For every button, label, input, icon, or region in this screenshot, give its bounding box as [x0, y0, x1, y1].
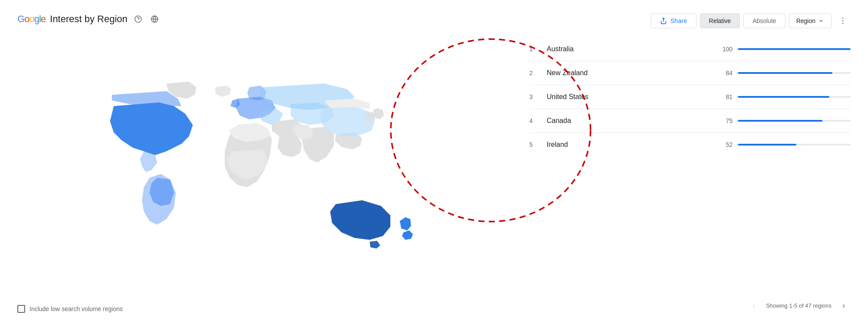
- table-row: 5 Ireland 52: [529, 133, 851, 156]
- page-title: Interest by Region: [50, 13, 128, 25]
- globe-button[interactable]: [149, 13, 161, 25]
- regions-table: 1 Australia 100 2 New Zealand 84 3 Unite…: [529, 37, 851, 292]
- relative-tab[interactable]: Relative: [700, 13, 740, 28]
- table-row: 4 Canada 75: [529, 109, 851, 133]
- region-value: 75: [706, 117, 733, 124]
- region-value: 81: [706, 93, 733, 100]
- share-button[interactable]: Share: [651, 13, 696, 28]
- region-rank: 3: [529, 93, 547, 100]
- world-map: [91, 75, 430, 258]
- prev-icon: ‹: [752, 301, 755, 310]
- google-logo: Google: [17, 13, 46, 25]
- region-rank: 2: [529, 70, 547, 76]
- help-button[interactable]: [132, 13, 144, 25]
- share-icon: [660, 17, 667, 24]
- region-rank: 1: [529, 46, 547, 53]
- region-bar-container: [738, 48, 851, 50]
- share-label: Share: [670, 17, 687, 24]
- svg-point-7: [842, 20, 844, 22]
- region-bar-fill: [738, 144, 796, 146]
- region-bar-container: [738, 120, 851, 122]
- low-volume-checkbox[interactable]: [17, 305, 25, 313]
- region-name: Ireland: [547, 141, 706, 149]
- region-bar-container: [738, 96, 851, 98]
- region-value: 52: [706, 141, 733, 148]
- map-area: [17, 34, 503, 298]
- region-bar-fill: [738, 72, 832, 74]
- next-icon: ›: [842, 301, 845, 310]
- region-rank: 4: [529, 117, 547, 124]
- table-row: 1 Australia 100: [529, 37, 851, 61]
- region-bar-fill: [738, 120, 822, 122]
- prev-page-button[interactable]: ‹: [747, 298, 761, 312]
- checkbox-area: Include low search volume regions: [17, 298, 503, 319]
- region-name: New Zealand: [547, 69, 706, 77]
- region-value: 84: [706, 70, 733, 76]
- region-bar-track: [738, 144, 851, 146]
- table-row: 3 United States 81: [529, 85, 851, 109]
- absolute-tab[interactable]: Absolute: [743, 13, 785, 28]
- region-bar-track: [738, 72, 851, 74]
- region-dropdown[interactable]: Region: [789, 13, 832, 28]
- right-panel: Share Relative Absolute Region: [503, 9, 851, 319]
- more-icon: [838, 17, 847, 25]
- section-header: Google Interest by Region: [17, 9, 503, 34]
- chevron-down-icon: [818, 18, 824, 24]
- checkbox-label: Include low search volume regions: [30, 305, 123, 312]
- region-name: Australia: [547, 45, 706, 53]
- svg-point-8: [842, 23, 844, 24]
- pagination-text: Showing 1-5 of 47 regions: [766, 302, 832, 309]
- toolbar: Share Relative Absolute Region: [529, 9, 851, 37]
- pagination: ‹ Showing 1-5 of 47 regions ›: [529, 292, 851, 319]
- left-panel: Google Interest by Region: [17, 9, 503, 319]
- region-rank: 5: [529, 141, 547, 148]
- region-bar-container: [738, 144, 851, 146]
- region-bar-track: [738, 120, 851, 122]
- next-page-button[interactable]: ›: [837, 298, 851, 312]
- region-bar-track: [738, 48, 851, 50]
- region-value: 100: [706, 46, 733, 53]
- region-name: United States: [547, 93, 706, 101]
- region-bar-container: [738, 72, 851, 74]
- svg-point-6: [842, 18, 844, 19]
- region-bar-fill: [738, 48, 851, 50]
- more-options-button[interactable]: [835, 13, 851, 29]
- region-name: Canada: [547, 117, 706, 125]
- table-row: 2 New Zealand 84: [529, 61, 851, 85]
- region-bar-track: [738, 96, 851, 98]
- region-bar-fill: [738, 96, 829, 98]
